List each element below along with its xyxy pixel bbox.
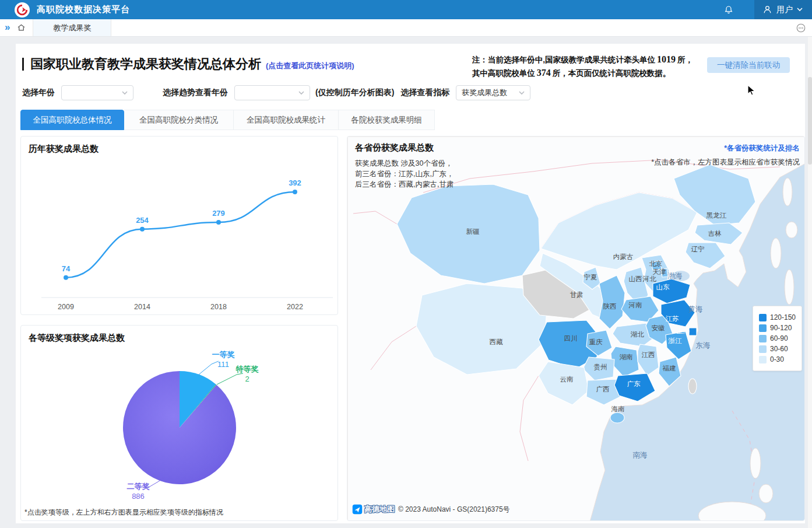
line-x-ticks: 2009201420182022	[58, 303, 303, 311]
tab-national-overview[interactable]: 全国高职院校总体情况	[20, 110, 124, 130]
province-label[interactable]: 山东	[656, 284, 670, 291]
legend-item[interactable]: 120-150	[759, 313, 796, 321]
line-chart[interactable]: 74254279392 2009201420182022	[21, 158, 339, 312]
title-marker	[22, 58, 24, 71]
province-label[interactable]: 河南	[628, 302, 642, 309]
pie-slice-value: 2	[245, 375, 249, 383]
amap-logo-text: 高德地图	[364, 504, 395, 515]
x-tick-label: 2009	[58, 303, 74, 311]
sea-label: 渤海	[668, 272, 683, 280]
chevron-down-icon	[122, 91, 128, 95]
province-label[interactable]: 上海	[677, 327, 691, 334]
data-point[interactable]	[293, 190, 297, 194]
province-label[interactable]: 云南	[560, 376, 574, 383]
scrollbar-thumb[interactable]	[808, 77, 812, 165]
province-label[interactable]: 宁夏	[584, 274, 597, 281]
tab-options-icon[interactable]	[796, 23, 806, 33]
province-label[interactable]: 江苏	[666, 315, 680, 322]
metric-select[interactable]: 获奖成果总数	[456, 85, 530, 100]
province-label[interactable]: 山西	[629, 275, 642, 282]
province-label[interactable]: 黑龙江	[706, 212, 727, 219]
province-ranking-link[interactable]: *各省份获奖统计及排名	[651, 144, 800, 153]
x-tick-label: 2022	[287, 303, 303, 311]
metric-select-value: 获奖成果总数	[462, 88, 507, 98]
metric-filter-label: 选择查看指标	[400, 88, 449, 98]
china-choropleth-map[interactable]: 新疆西藏内蒙古甘肃黑龙江吉林辽宁北京天津河北山西山东河南宁夏陕西江苏安徽上海浙江…	[347, 137, 805, 521]
legend-item[interactable]: 60-90	[759, 334, 796, 342]
island	[759, 484, 773, 503]
page-note: 注：当前选择年份中,国家级教学成果共统计牵头单位1019所， 其中高职院校单位3…	[472, 53, 693, 80]
province-label[interactable]: 安徽	[652, 324, 665, 331]
map-desc-line: 后三名省份：西藏,内蒙古,甘肃	[355, 179, 454, 190]
province-label[interactable]: 河北	[642, 275, 657, 282]
province-label[interactable]: 浙江	[668, 337, 683, 344]
province-label[interactable]: 吉林	[708, 230, 722, 237]
pie-slice-value: 111	[217, 360, 229, 369]
tab-teaching-awards-label: 教学成果奖	[53, 23, 91, 33]
province-label[interactable]: 内蒙古	[613, 253, 634, 260]
data-point[interactable]	[216, 220, 221, 225]
data-point[interactable]	[140, 227, 145, 232]
data-point-value: 254	[136, 216, 149, 225]
collapse-menu-icon[interactable]: »	[5, 22, 10, 32]
province-label[interactable]: 湖北	[631, 331, 645, 338]
province-label[interactable]: 广东	[627, 380, 641, 387]
map-header: 各省份获奖成果总数 获奖成果总数 涉及30个省份， 前三名省份：江苏,山东,广东…	[355, 142, 454, 190]
pie-chart-title: 各等级奖项获奖成果总数	[29, 333, 125, 344]
map-card: 新疆西藏内蒙古甘肃黑龙江吉林辽宁北京天津河北山西山东河南宁夏陕西江苏安徽上海浙江…	[347, 136, 805, 521]
province-label[interactable]: 四川	[564, 335, 578, 342]
province-label[interactable]: 甘肃	[570, 291, 583, 298]
pie-slice-label: 一等奖	[212, 350, 235, 359]
pie-slices[interactable]	[123, 371, 236, 484]
app-header: 高职院校数据决策平台 用户	[0, 0, 812, 19]
data-point-value: 279	[212, 209, 225, 218]
province-label[interactable]: 西藏	[490, 338, 504, 345]
province-label[interactable]: 贵州	[594, 363, 607, 371]
year-select[interactable]	[61, 85, 133, 100]
tab-classification[interactable]: 全国高职院校分类情况	[124, 110, 234, 130]
province-label[interactable]: 福建	[663, 365, 676, 372]
x-tick-label: 2014	[134, 303, 150, 311]
chevron-down-icon	[298, 91, 304, 95]
legend-swatch	[759, 324, 767, 332]
province-label[interactable]: 重庆	[589, 338, 603, 345]
map-attribution: 高德地图 © 2023 AutoNavi - GS(2021)6375号	[352, 504, 510, 515]
tab-achievement-stats[interactable]: 全国高职院校成果统计	[234, 110, 339, 130]
legend-swatch	[759, 335, 767, 342]
trend-filter-hint: (仅控制历年分析图表)	[315, 88, 394, 98]
legend-label: 120-150	[770, 313, 796, 321]
stats-explanation-link[interactable]: (点击查看此页统计项说明)	[266, 61, 354, 71]
tab-teaching-awards[interactable]: 教学成果奖	[33, 19, 111, 36]
sea-label: 南海	[633, 451, 648, 459]
clear-linkage-button[interactable]: 一键清除当前联动	[707, 57, 790, 73]
pie-chart[interactable]: 一等奖111特等奖2二等奖886	[21, 343, 339, 518]
app-title: 高职院校数据决策平台	[37, 4, 130, 15]
province-label[interactable]: 陕西	[603, 303, 617, 310]
trend-year-filter-label: 选择趋势查看年份	[163, 88, 228, 98]
legend-item[interactable]: 90-120	[759, 324, 796, 332]
province-label[interactable]: 天津	[653, 268, 667, 275]
data-point[interactable]	[64, 275, 68, 280]
scrollbar-track[interactable]	[808, 36, 812, 528]
trend-year-select[interactable]	[234, 85, 310, 100]
province-label[interactable]: 江西	[642, 351, 655, 358]
tab-college-detail[interactable]: 各院校获奖成果明细	[339, 110, 435, 130]
province-label[interactable]: 北京	[649, 260, 663, 267]
line-chart-card: 历年获奖成果总数 74254279392 2009201420182022	[20, 136, 338, 315]
chevron-down-icon	[519, 91, 525, 95]
legend-swatch	[759, 345, 767, 353]
home-icon[interactable]	[17, 23, 26, 32]
line-chart-title: 历年获奖成果总数	[29, 144, 99, 155]
province-label[interactable]: 湖南	[620, 354, 633, 361]
legend-item[interactable]: 30-60	[759, 345, 796, 353]
province-label[interactable]: 新疆	[466, 228, 480, 235]
province-label[interactable]: 海南	[611, 405, 625, 412]
province-label[interactable]: 辽宁	[691, 246, 705, 253]
province-label[interactable]: 广西	[596, 386, 610, 393]
island	[783, 178, 792, 206]
legend-item[interactable]: 0-30	[759, 355, 796, 363]
pie-leader-line	[217, 373, 243, 384]
user-menu[interactable]: 用户	[754, 0, 812, 19]
vocational-units-count: 374	[535, 68, 553, 78]
notifications-bell-icon[interactable]	[724, 5, 733, 15]
